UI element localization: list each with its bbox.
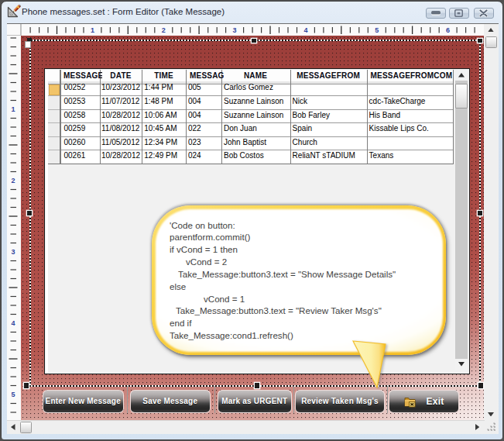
svg-text:5: 5 <box>11 391 15 398</box>
svg-text:3: 3 <box>11 248 15 256</box>
svg-text:6: 6 <box>446 26 450 34</box>
svg-text:3: 3 <box>232 26 236 34</box>
svg-text:2: 2 <box>11 177 15 184</box>
svg-text:1: 1 <box>11 105 15 113</box>
svg-text:1: 1 <box>91 26 94 34</box>
svg-text:2: 2 <box>162 26 166 34</box>
svg-text:4: 4 <box>303 26 307 34</box>
svg-text:4: 4 <box>11 319 15 327</box>
svg-text:5: 5 <box>375 26 379 34</box>
